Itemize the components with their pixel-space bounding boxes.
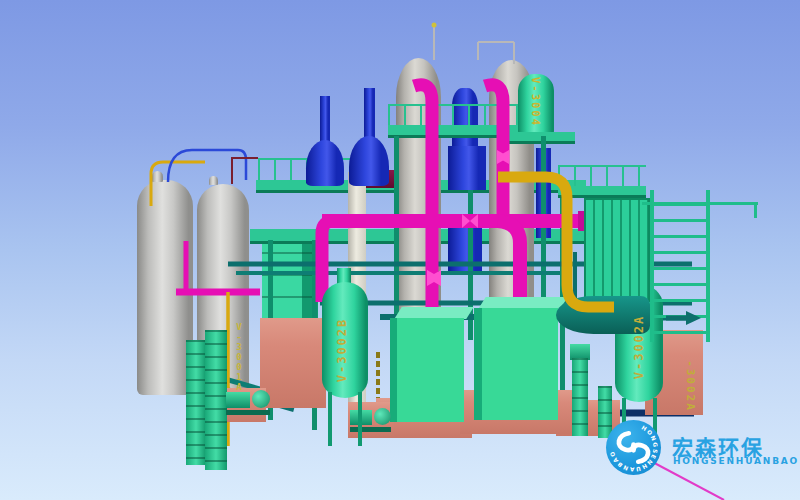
tag-v3002a: V-3002A [632,292,646,402]
tag-v3001a-stacked: V-3001A [234,322,244,392]
tag-v3002b: V-3002B [335,295,349,405]
brand-logo-mark: HONGSENHUANBAO [606,420,661,475]
brand-logo-circle: HONGSENHUANBAO [606,420,661,475]
teal-arrow-head [686,311,701,325]
yellow-big-elbow [498,177,614,307]
brand-name-en: HONGSENHUANBAO [673,456,799,466]
logo-h-stroke-1 [619,433,634,450]
brand-watermark: HONGSENHUANBAO 宏森环保 HONGSENHUANBAO [600,414,800,484]
tag-v3004: V-3004 [529,52,543,152]
plant-3d-render: V-3002B V-3002A -3002A V-3004 V-3001A HO… [0,0,800,500]
logo-h-stroke-2 [634,445,649,462]
